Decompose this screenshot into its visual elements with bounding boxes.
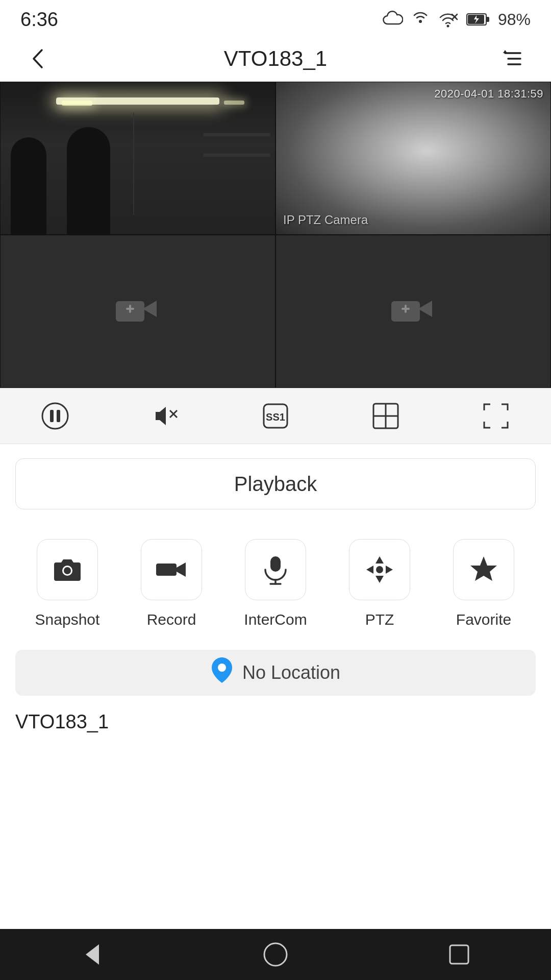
status-time: 6:36 (20, 9, 58, 31)
add-camera-icon-4[interactable] (390, 288, 436, 334)
camera-label-2: IP PTZ Camera (283, 213, 368, 227)
svg-point-34 (376, 566, 383, 573)
battery-icon (466, 12, 490, 27)
radio-icon (411, 10, 430, 29)
microphone-icon (260, 554, 291, 585)
snapshot-action[interactable]: Snapshot (15, 534, 119, 634)
status-bar: 6:36 98% (0, 0, 551, 36)
camera-icon (52, 554, 83, 585)
snapshot-label: Snapshot (35, 609, 100, 629)
camera-cell-2[interactable]: 2020-04-01 18:31:59 IP PTZ Camera (276, 82, 551, 235)
svg-marker-32 (366, 566, 373, 574)
svg-point-1 (446, 25, 449, 28)
favorite-icon-wrap[interactable] (453, 539, 514, 600)
grid-button[interactable] (363, 393, 409, 439)
camera-cell-4[interactable] (276, 235, 551, 388)
svg-rect-6 (486, 17, 489, 22)
svg-rect-14 (405, 305, 407, 313)
ptz-action[interactable]: PTZ (328, 534, 432, 634)
nav-home-button[interactable] (250, 934, 301, 975)
svg-point-15 (42, 403, 68, 429)
svg-point-36 (218, 664, 226, 672)
intercom-label: InterCom (244, 609, 307, 629)
svg-rect-12 (129, 305, 131, 313)
svg-marker-37 (86, 944, 99, 965)
svg-text:SS1: SS1 (266, 411, 285, 423)
back-button[interactable] (20, 41, 56, 77)
ptz-icon (364, 554, 395, 585)
svg-marker-35 (470, 556, 497, 581)
svg-rect-16 (50, 410, 54, 422)
toolbar: SS1 (0, 388, 551, 444)
snapshot-icon-wrap[interactable] (37, 539, 98, 600)
playback-button[interactable]: Playback (15, 458, 536, 509)
status-icons: 98% (383, 10, 531, 29)
fullscreen-button[interactable] (473, 393, 519, 439)
favorite-label: Favorite (456, 609, 511, 629)
svg-rect-17 (57, 410, 60, 422)
svg-marker-33 (386, 566, 393, 574)
device-name: VTO183_1 (0, 706, 551, 733)
action-buttons: Snapshot Record InterCom (0, 524, 551, 640)
pause-button[interactable] (32, 393, 78, 439)
intercom-action[interactable]: InterCom (223, 534, 328, 634)
bottom-navigation (0, 929, 551, 980)
location-pin-icon (211, 656, 233, 689)
cloud-icon (383, 11, 403, 28)
nav-home-icon (262, 941, 289, 968)
playback-section: Playback (0, 444, 551, 524)
record-action[interactable]: Record (119, 534, 223, 634)
location-bar[interactable]: No Location (15, 650, 536, 696)
menu-button[interactable] (495, 41, 531, 77)
svg-marker-30 (375, 556, 384, 564)
location-text: No Location (242, 662, 340, 683)
wifi-icon (438, 10, 458, 29)
mute-button[interactable] (142, 393, 188, 439)
svg-point-38 (264, 943, 287, 966)
camera-grid: 2020-04-01 18:31:59 IP PTZ Camera (0, 82, 551, 388)
svg-rect-27 (270, 556, 281, 572)
svg-marker-10 (503, 50, 507, 53)
camera-cell-3[interactable] (0, 235, 276, 388)
nav-back-icon (79, 941, 105, 968)
ptz-label: PTZ (365, 609, 394, 629)
add-camera-icon-3[interactable] (115, 288, 161, 334)
camera-cell-1[interactable] (0, 82, 276, 235)
nav-back-button[interactable] (66, 934, 117, 975)
ptz-icon-wrap[interactable] (349, 539, 410, 600)
record-icon-wrap[interactable] (141, 539, 202, 600)
svg-point-26 (64, 567, 71, 574)
svg-marker-31 (375, 576, 384, 583)
nav-bar: VTO183_1 (0, 36, 551, 82)
favorite-action[interactable]: Favorite (432, 534, 536, 634)
page-title: VTO183_1 (56, 46, 495, 71)
svg-point-0 (419, 20, 422, 23)
ss1-button[interactable]: SS1 (253, 393, 298, 439)
nav-recent-button[interactable] (434, 934, 485, 975)
svg-rect-39 (450, 945, 468, 964)
record-label: Record (147, 609, 196, 629)
star-icon (468, 554, 499, 585)
nav-recent-icon (446, 941, 472, 968)
camera-timestamp: 2020-04-01 18:31:59 (434, 87, 543, 101)
intercom-icon-wrap[interactable] (245, 539, 306, 600)
battery-percentage: 98% (498, 10, 531, 29)
video-camera-icon (156, 554, 187, 585)
